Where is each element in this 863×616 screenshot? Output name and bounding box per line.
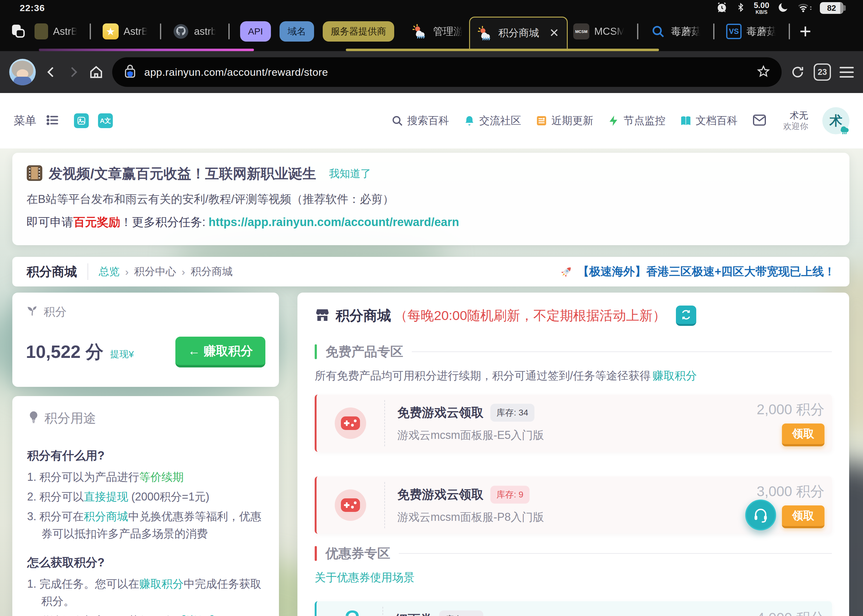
nav-node-monitor[interactable]: 节点监控 — [608, 114, 665, 128]
coupon-usage-link[interactable]: 关于优惠券使用场景 — [315, 570, 832, 585]
page-content: 发视频/文章赢百元收益！互联网新职业诞生 我知道了 在B站等平台发布和雨云有关的… — [0, 148, 863, 616]
tab-github-astrbot[interactable]: astrb — [167, 18, 222, 45]
bluetooth-icon — [736, 2, 746, 14]
nav-recent-updates[interactable]: 近期更新 — [535, 114, 593, 128]
tab-overview-button[interactable] — [9, 21, 29, 42]
tab-group-server-provider[interactable]: 服务器提供商 — [323, 21, 394, 42]
store-icon — [315, 307, 330, 324]
search-icon — [650, 24, 666, 39]
coupon-section-header: 优惠券专区 — [315, 545, 832, 562]
close-tab-icon[interactable] — [549, 27, 559, 39]
tab-divider — [789, 24, 790, 39]
breadcrumb-overview[interactable]: 总览 — [99, 265, 120, 279]
usage-item: 2. 邀请好友加入雨云获得积分 【详细】 — [27, 612, 264, 616]
tab-count-button[interactable]: 23 — [814, 63, 831, 81]
notice-banner: 发视频/文章赢百元收益！互联网新职业诞生 我知道了 在B站等平台发布和雨云有关的… — [12, 153, 849, 245]
tab-group-underline-olive — [346, 49, 659, 51]
menu-label[interactable]: 菜单 — [14, 113, 36, 129]
withdraw-directly-link[interactable]: 直接提现 — [84, 490, 128, 503]
breadcrumb-points-center[interactable]: 积分中心 — [134, 265, 176, 279]
banner-title: 发视频/文章赢百元收益！互联网新职业诞生 — [49, 165, 316, 183]
usage-item: 1. 积分可以为产品进行等价续期 — [27, 468, 264, 486]
network-speed: 5.00 KB/S — [754, 1, 769, 15]
bookmark-star-icon[interactable] — [756, 64, 770, 80]
username: 术无 — [783, 110, 808, 121]
earn-tasks-link[interactable]: https://app.rainyun.com/account/reward/e… — [209, 215, 459, 229]
document-icon — [35, 24, 48, 39]
status-time: 22:36 — [20, 3, 45, 13]
store-refresh-button[interactable] — [676, 306, 696, 326]
store-title: 积分商城 — [335, 306, 391, 325]
section-accent-bar — [315, 344, 317, 359]
tab-points-store-active[interactable]: 积分商城 — [469, 17, 568, 49]
browser-profile-avatar[interactable] — [9, 59, 36, 85]
claim-button[interactable]: 领取 — [782, 423, 824, 446]
points-store-panel: 积分商城 （每晚20:00随机刷新，不定期根据活动上新） 免费产品专区 所有免费… — [298, 292, 849, 616]
earn-points-link[interactable]: 赚取积分 — [139, 577, 184, 590]
translate-icon[interactable]: A文 — [98, 113, 113, 128]
tab-group-domain[interactable]: 域名 — [280, 21, 314, 42]
usage-question-2: 怎么获取积分? — [27, 555, 264, 570]
mcsm-icon: MCSM — [573, 24, 589, 39]
back-icon[interactable] — [44, 65, 58, 79]
tab-mcsm[interactable]: MCSM MCSM — [568, 18, 631, 45]
user-avatar[interactable]: 术 — [822, 107, 849, 134]
product-name: 免费游戏云领取 — [397, 486, 483, 503]
points-usage-card: 积分用途 积分有什么用? 1. 积分可以为产品进行等价续期 2. 积分可以直接提… — [12, 396, 279, 616]
tab-divider — [228, 24, 230, 39]
tab-divider — [713, 24, 715, 39]
withdraw-link[interactable]: 提现¥ — [110, 348, 134, 361]
weather-icon — [477, 25, 493, 41]
tab-astrb-2[interactable]: ★ AstrB — [97, 18, 154, 45]
tab-group-api[interactable]: API — [240, 21, 271, 42]
claim-button[interactable]: 领取 — [782, 505, 824, 528]
list-icon[interactable] — [46, 113, 60, 129]
battery-level: 82 — [827, 3, 836, 13]
product-icon-circle — [335, 407, 366, 439]
points-card-title: 积分 — [44, 304, 66, 320]
tab-search-mushroom[interactable]: 毒蘑菇 — [644, 18, 707, 45]
new-tab-button[interactable] — [796, 22, 814, 41]
section-divider-line — [412, 351, 832, 352]
site-header: 菜单 A文 搜索百科 交流社区 近期更新 — [0, 93, 863, 148]
usage-item: 2. 积分可以直接提现 (2000积分=1元) — [27, 488, 264, 505]
tab-manage-game[interactable]: 管理游 — [406, 18, 469, 45]
gallery-icon[interactable] — [74, 113, 89, 128]
invite-detail-link[interactable]: 【详细】 — [176, 614, 220, 616]
home-icon[interactable] — [89, 65, 104, 79]
refresh-icon[interactable] — [790, 65, 805, 79]
film-icon — [27, 165, 43, 182]
forward-icon[interactable] — [66, 65, 80, 79]
moon-icon — [777, 2, 789, 14]
star-icon: ★ — [102, 24, 119, 39]
mail-icon[interactable] — [752, 113, 767, 128]
promo-banner[interactable]: 【极速海外】香港三区极速+四区大带宽现已上线！ — [560, 264, 835, 279]
points-card: 积分 10,522 分 提现¥ ← 赚取积分 — [12, 292, 279, 387]
free-products-section-header: 免费产品专区 — [315, 343, 832, 360]
coupon-quantity: x 2 — [317, 601, 383, 616]
product-desc: 游戏云mcsm面板服-P8入门版 — [397, 510, 544, 525]
tab-astrb-1[interactable]: AstrB — [29, 18, 83, 45]
points-store-link[interactable]: 积分商城 — [84, 510, 128, 523]
nav-search-wiki[interactable]: 搜索百科 — [391, 114, 449, 128]
bulb-icon — [27, 410, 40, 426]
menu-icon[interactable] — [839, 67, 854, 78]
tab-divider — [90, 24, 91, 39]
free-products-desc: 所有免费产品均可用积分进行续期，积分可通过签到/任务等途径获得赚取积分 — [315, 368, 832, 383]
battery-icon: 82 — [820, 2, 843, 14]
nav-community[interactable]: 交流社区 — [463, 114, 521, 128]
banner-dismiss-link[interactable]: 我知道了 — [329, 167, 371, 181]
coupon-card-light-rain: x 2 细雨券 库存: 28 4,000 积分 领取 — [315, 601, 832, 616]
welcome-text: 欢迎你 — [783, 121, 808, 132]
product-price: 2,000 积分 — [757, 400, 824, 419]
nav-docs-wiki[interactable]: 文档百科 — [680, 114, 737, 128]
url-bar[interactable]: app.rainyun.com/account/reward/store — [112, 57, 782, 87]
earn-points-button[interactable]: ← 赚取积分 — [175, 337, 265, 368]
earn-points-link[interactable]: 赚取积分 — [652, 369, 697, 382]
usage-item: 3. 积分可在积分商城中兑换优惠券等福利，优惠券可以抵扣许多产品多场景的消费 — [27, 508, 264, 542]
gamepad-icon — [341, 498, 360, 512]
support-floating-button[interactable] — [745, 500, 776, 530]
tab-vscode-mushroom[interactable]: VS 毒蘑菇 — [721, 18, 783, 45]
equal-renewal-link[interactable]: 等价续期 — [139, 471, 184, 483]
product-icon-circle — [335, 489, 366, 521]
